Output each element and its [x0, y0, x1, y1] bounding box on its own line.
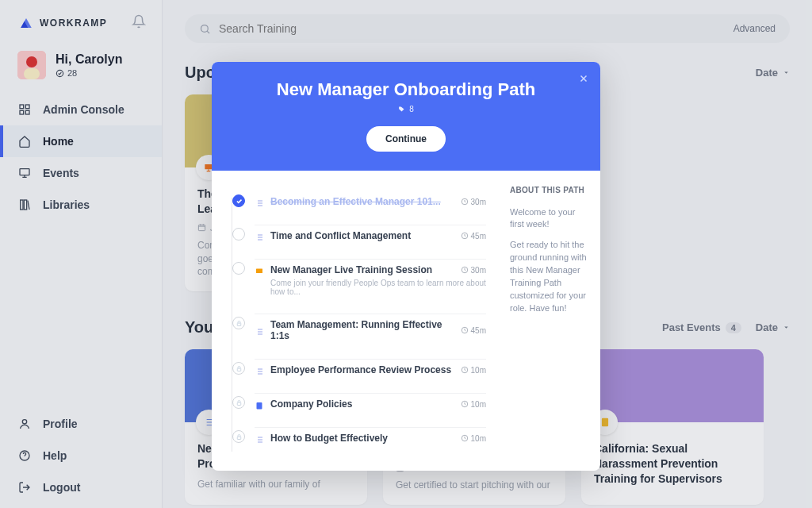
- path-modal: New Manager Onboarding Path 8 Continue B…: [212, 62, 600, 471]
- tag-icon: [398, 106, 405, 113]
- step-name: Becoming an Effective Manager 101...: [270, 196, 454, 207]
- svg-rect-27: [257, 402, 262, 410]
- svg-rect-29: [237, 437, 241, 439]
- step-type-icon: [255, 325, 264, 335]
- step-duration: 30m: [461, 266, 486, 275]
- step-type-icon: [255, 365, 264, 375]
- step-status-icon: [232, 228, 245, 241]
- step-duration: 10m: [461, 434, 486, 443]
- step-status-icon: [232, 430, 245, 443]
- clock-icon: [461, 434, 469, 442]
- step-type-icon: [255, 197, 264, 206]
- modal-title: New Manager Onboarding Path: [228, 79, 584, 100]
- about-text: Get ready to hit the ground running with…: [510, 239, 588, 315]
- step-desc: Come join your friendly People Ops team …: [270, 279, 486, 296]
- step-status-icon: [232, 362, 245, 375]
- step-duration: 30m: [461, 198, 486, 206]
- step-name: Team Management: Running Effective 1:1s: [270, 319, 454, 341]
- path-step[interactable]: Time and Conflict Management45m: [226, 218, 492, 252]
- modal-header: New Manager Onboarding Path 8 Continue: [212, 62, 600, 171]
- svg-rect-24: [237, 368, 241, 371]
- about-heading: ABOUT THIS PATH: [510, 185, 588, 197]
- path-step[interactable]: Becoming an Effective Manager 101...30m: [226, 185, 492, 218]
- step-status-icon: [232, 396, 245, 409]
- svg-rect-22: [237, 323, 241, 325]
- clock-icon: [461, 198, 469, 206]
- step-duration: 45m: [461, 326, 486, 335]
- step-status-icon: [232, 317, 245, 329]
- modal-subtitle: 8: [228, 105, 584, 114]
- path-step[interactable]: How to Budget Effectively10m: [226, 421, 492, 455]
- step-type-icon: [255, 231, 264, 241]
- svg-rect-20: [256, 269, 262, 274]
- clock-icon: [461, 266, 469, 274]
- path-steps: Becoming an Effective Manager 101...30mT…: [212, 171, 497, 471]
- path-step[interactable]: Employee Performance Review Process10m: [226, 352, 492, 387]
- step-duration: 45m: [461, 232, 486, 241]
- svg-rect-26: [237, 402, 241, 405]
- step-duration: 10m: [461, 400, 486, 409]
- about-panel: ABOUT THIS PATH Welcome to your first we…: [497, 171, 600, 471]
- clock-icon: [461, 326, 469, 334]
- path-step[interactable]: Team Management: Running Effective 1:1s4…: [226, 307, 492, 352]
- step-name: Employee Performance Review Process: [270, 364, 454, 375]
- modal-backdrop[interactable]: New Manager Onboarding Path 8 Continue B…: [0, 0, 812, 508]
- step-name: Time and Conflict Management: [270, 230, 454, 241]
- step-name: New Manager Live Training Session: [270, 264, 454, 275]
- step-name: Company Policies: [270, 398, 454, 410]
- clock-icon: [461, 400, 469, 408]
- path-step[interactable]: New Manager Live Training Session30mCome…: [226, 252, 492, 307]
- step-name: How to Budget Effectively: [270, 433, 454, 444]
- step-duration: 10m: [461, 366, 486, 375]
- step-status-icon: [232, 194, 245, 207]
- about-text: Welcome to your first week!: [510, 206, 588, 232]
- clock-icon: [461, 232, 469, 240]
- step-status-icon: [232, 262, 245, 275]
- path-step[interactable]: Company Policies10m: [226, 387, 492, 421]
- step-type-icon: [255, 433, 264, 443]
- clock-icon: [461, 366, 469, 374]
- continue-button[interactable]: Continue: [366, 126, 446, 152]
- close-icon[interactable]: [578, 73, 589, 87]
- step-type-icon: [255, 399, 264, 409]
- step-type-icon: [255, 265, 264, 275]
